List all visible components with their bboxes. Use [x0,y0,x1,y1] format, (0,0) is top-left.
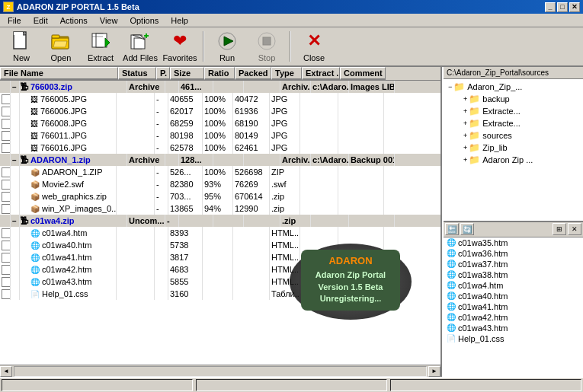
table-row[interactable]: 📦win_XP_images_0...-1386594%12990.zip [0,202,440,215]
tree-item[interactable]: +📁backup [445,93,581,105]
file-checkbox[interactable] [2,204,11,214]
tree-item[interactable]: +📁Extracte... [445,105,581,117]
list-item[interactable]: 🌐c01wa38.htm [444,269,583,280]
favorites-button[interactable]: ❤ Favorites [162,29,198,64]
file-checkbox[interactable] [2,265,11,275]
table-row[interactable]: −🗜766003.zipArchive461...Archiv...c:\Ada… [0,81,440,93]
file-name-text: 766016.JPG [40,143,87,152]
add-files-button[interactable]: Add Files [122,29,159,64]
file-type-cell: Archiv... [280,154,311,166]
maximize-button[interactable]: □ [557,2,568,12]
table-row[interactable]: 🖼766016.JPG-62578100%62461JPG [0,142,440,154]
file-checkbox[interactable] [2,107,11,116]
file-checkbox[interactable] [2,253,11,263]
table-row[interactable]: 🖼766011.JPG-80198100%80149JPG [0,129,440,142]
open-button[interactable]: Open [43,29,79,64]
menu-help[interactable]: Help [166,15,193,26]
list-item[interactable]: 🌐c01wa42.htm [444,312,583,323]
file-status-cell [117,190,155,202]
file-checkbox[interactable] [2,277,11,287]
col-packed[interactable]: Packed [235,67,271,80]
col-comment[interactable]: Comment [340,67,386,80]
minimize-button[interactable]: _ [545,2,556,12]
add-files-icon [130,30,151,52]
file-checkbox[interactable] [2,94,11,104]
tree-item[interactable]: +📁Adaron Zip ... [445,154,581,166]
file-checkbox[interactable] [2,289,11,299]
close-button[interactable]: ✕ Close [296,29,332,64]
run-button[interactable]: Run [209,29,245,64]
file-extract-cell: c:\Adaro... [311,81,349,93]
tree-back-button[interactable]: 🔙 [445,223,459,235]
menu-edit[interactable]: Edit [29,15,53,26]
file-checkbox[interactable] [2,143,11,153]
file-checkbox[interactable] [2,119,11,129]
table-row[interactable]: 📦web_graphics.zip-703...95%670614.zip [0,190,440,202]
menu-file[interactable]: File [3,15,26,26]
table-row[interactable]: −🗜ADARON_1.zipArchive128...Archiv...c:\A… [0,154,440,166]
file-ratio-cell [203,227,233,239]
second-tree-toolbar: 🔙 🔄 ⊞ ✕ [444,222,583,237]
tree-refresh-button[interactable]: 🔄 [460,223,474,235]
file-checkbox[interactable] [2,180,11,190]
table-row[interactable]: 🌐c01wa4.htm8393HTML... [0,227,440,239]
table-row[interactable]: 🖼766006.JPG-62017100%61936JPG [0,105,440,117]
file-ratio-cell [203,276,233,288]
list-item[interactable]: 🌐c01wa40.htm [444,291,583,301]
col-p[interactable]: P. [156,67,170,80]
list-item[interactable]: 📄Help_01.css [444,333,583,344]
tree-close-button[interactable]: ✕ [568,223,581,235]
col-filename[interactable]: File Name [0,67,118,80]
file-name-cell: 📦win_XP_images_0... [20,202,117,215]
file-checkbox[interactable] [2,228,11,238]
stop-button[interactable]: Stop [248,29,285,64]
new-button[interactable]: New [3,29,40,64]
horizontal-scrollbar[interactable]: ◄ ► [0,365,440,377]
file-status-cell [117,105,155,117]
file-size-cell: 13865 [168,202,203,215]
tree-grid-button[interactable]: ⊞ [553,223,566,235]
col-ratio[interactable]: Ratio [204,67,235,80]
close-window-button[interactable]: ✕ [569,2,580,12]
file-checkbox[interactable] [2,131,11,141]
table-row[interactable]: 🖼766008.JPG-68259100%68190JPG [0,117,440,129]
tree-content[interactable]: −📁Adaron_Zip_...+📁backup+📁Extracte...+📁E… [444,79,583,221]
col-type[interactable]: Type [271,67,302,80]
expand-icon: + [463,156,467,164]
list-item[interactable]: 🌐c01wa35.htm [444,237,583,248]
file-size-cell: 40655 [168,93,203,105]
file-checkbox[interactable] [2,192,11,202]
folder-icon: 📁 [469,155,480,165]
table-row[interactable]: 📦ADARON_1.ZIP-526...100%526698ZIP [0,166,440,178]
menu-actions[interactable]: Actions [56,15,92,26]
tree-item[interactable]: −📁Adaron_Zip_... [445,81,581,93]
table-row[interactable]: −🗜c01wa4.zipUncom...-.zip [0,215,440,227]
list-item-label: c01wa38.htm [458,270,508,279]
file-comment-cell [338,166,384,178]
file-comment-cell [338,190,384,202]
tree-item[interactable]: +📁sources [445,129,581,142]
file-name-text: c01wa43.htm [42,277,91,286]
col-size[interactable]: Size [170,67,204,80]
table-row[interactable]: 📦Movie2.swf-8238093%76269.swf [0,178,440,190]
table-row[interactable]: 🖼766005.JPG-40655100%40472JPG [0,93,440,105]
list-item[interactable]: 🌐c01wa4.htm [444,280,583,291]
tree-item[interactable]: +📁Extracte... [445,117,581,129]
file-name-cell: 🌐c01wa41.htm [20,251,117,263]
list-item[interactable]: 🌐c01wa36.htm [444,248,583,259]
tree-item-label: Extracte... [482,119,521,128]
file-checkbox[interactable] [2,167,11,177]
col-extract[interactable]: Extract ... [302,67,340,80]
list-item[interactable]: 🌐c01wa37.htm [444,259,583,269]
col-status[interactable]: Status [118,67,156,80]
window-controls: _ □ ✕ [545,2,580,12]
tree-item[interactable]: +📁Zip_lib [445,142,581,154]
second-tree[interactable]: 🌐c01wa35.htm🌐c01wa36.htm🌐c01wa37.htm🌐c01… [444,237,583,378]
file-checkbox[interactable] [2,241,11,250]
list-item[interactable]: 🌐c01wa43.htm [444,323,583,333]
file-type-icon: 🖼 [30,107,38,116]
list-item[interactable]: 🌐c01wa41.htm [444,301,583,312]
menu-view[interactable]: View [95,15,123,26]
menu-options[interactable]: Options [125,15,163,26]
extract-button[interactable]: Extract [82,29,119,64]
